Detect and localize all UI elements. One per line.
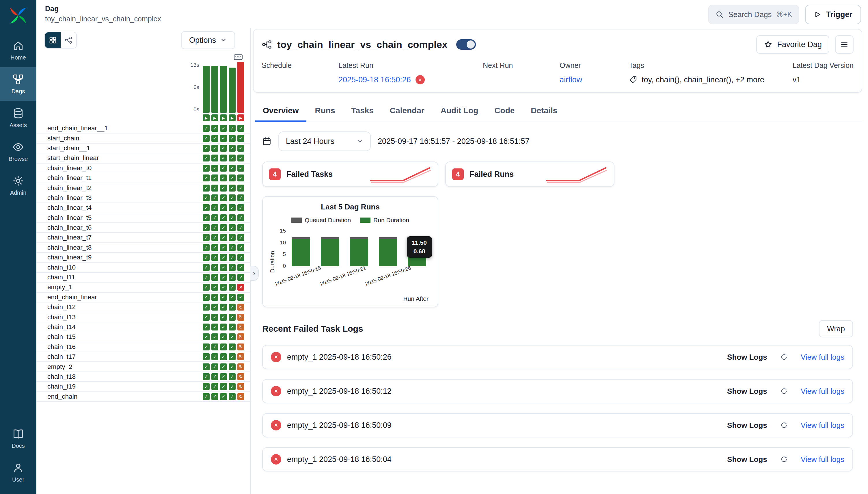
task-name[interactable]: chain_linear_t9 [47,254,92,261]
task-instance-success[interactable]: ✓ [220,165,227,172]
task-instance-success[interactable]: ✓ [220,135,227,142]
task-instance-success[interactable]: ✓ [229,234,236,241]
view-full-logs-link[interactable]: View full logs [801,387,844,396]
task-instance-success[interactable]: ✓ [237,204,244,211]
task-name[interactable]: chain_linear_t3 [47,194,92,202]
task-instance-success[interactable]: ✓ [229,174,236,182]
task-instance-success[interactable]: ✓ [229,274,236,281]
task-instance-success[interactable]: ✓ [203,363,210,370]
task-name[interactable]: chain_linear_t6 [47,224,92,231]
task-name[interactable]: chain_linear_t2 [47,184,92,192]
task-instance-success[interactable]: ✓ [203,125,210,132]
task-instance-success[interactable]: ✓ [211,234,218,241]
task-instance-success[interactable]: ✓ [229,353,236,360]
task-instance-success[interactable]: ✓ [203,383,210,390]
task-instance-success[interactable]: ✓ [220,155,227,162]
sidebar-item-dags[interactable]: Dags [0,67,36,101]
task-instance-success[interactable]: ✓ [211,353,218,360]
task-name[interactable]: start_chain_linear [47,154,99,162]
task-instance-success[interactable]: ✓ [220,363,227,370]
options-dropdown[interactable]: Options [181,31,235,49]
duration-bar[interactable] [211,66,218,113]
task-instance-success[interactable]: ✓ [229,324,236,330]
task-name[interactable]: chain_linear_t5 [47,214,92,222]
task-instance-success[interactable]: ✓ [211,125,218,132]
task-instance-success[interactable]: ✓ [211,244,218,251]
task-name[interactable]: chain_t13 [47,314,76,321]
task-name[interactable]: start_chain__1 [47,145,90,152]
tab-tasks[interactable]: Tasks [344,101,381,122]
view-full-logs-link[interactable]: View full logs [801,353,844,362]
wrap-button[interactable]: Wrap [819,320,853,338]
task-instance-success[interactable]: ✓ [229,244,236,251]
task-instance-retry[interactable]: ↻ [237,334,244,340]
task-name[interactable]: chain_t19 [47,383,76,390]
task-instance-success[interactable]: ✓ [220,254,227,261]
task-instance-success[interactable]: ✓ [203,274,210,281]
task-instance-success[interactable]: ✓ [203,294,210,301]
task-instance-success[interactable]: ✓ [211,343,218,350]
task-instance-success[interactable]: ✓ [203,343,210,350]
task-instance-success[interactable]: ✓ [203,224,210,231]
airflow-logo-icon[interactable] [9,7,27,24]
tab-audit-log[interactable]: Audit Log [433,101,486,122]
dag-menu-button[interactable] [835,35,853,54]
sidebar-item-docs[interactable]: Docs [0,422,36,456]
task-instance-success[interactable]: ✓ [211,393,218,400]
task-instance-success[interactable]: ✓ [203,135,210,142]
task-instance-success[interactable]: ✓ [211,204,218,211]
task-instance-success[interactable]: ✓ [211,264,218,271]
task-instance-success[interactable]: ✓ [211,155,218,162]
tab-calendar[interactable]: Calendar [382,101,432,122]
task-instance-success[interactable]: ✓ [211,185,218,192]
task-instance-success[interactable]: ✓ [229,224,236,231]
task-name[interactable]: end_chain [47,393,77,400]
task-instance-success[interactable]: ✓ [211,254,218,261]
task-name[interactable]: empty_1 [47,283,73,291]
run-state-icon[interactable]: ▶ [220,114,227,121]
task-instance-success[interactable]: ✓ [220,343,227,350]
task-instance-success[interactable]: ✓ [237,294,244,301]
refresh-icon[interactable] [780,455,788,463]
task-instance-success[interactable]: ✓ [203,214,210,221]
task-instance-success[interactable]: ✓ [229,284,236,291]
task-name[interactable]: chain_t18 [47,373,76,380]
task-name[interactable]: chain_t16 [47,343,76,351]
task-name[interactable]: chain_t11 [47,273,75,281]
task-instance-success[interactable]: ✓ [211,383,218,390]
tab-details[interactable]: Details [523,101,565,122]
graph-view-button[interactable] [61,32,76,48]
dag-run-bar[interactable] [321,237,339,266]
task-instance-success[interactable]: ✓ [229,393,236,400]
task-instance-success[interactable]: ✓ [229,135,236,142]
sidebar-item-user[interactable]: User [0,456,36,489]
task-instance-success[interactable]: ✓ [211,363,218,370]
task-name[interactable]: empty_2 [47,363,73,370]
task-instance-success[interactable]: ✓ [237,194,244,201]
sidebar-item-admin[interactable]: Admin [0,169,36,203]
task-instance-success[interactable]: ✓ [203,353,210,360]
task-instance-retry[interactable]: ↻ [237,324,244,330]
task-instance-success[interactable]: ✓ [229,254,236,261]
task-instance-retry[interactable]: ↻ [237,373,244,380]
task-instance-success[interactable]: ✓ [220,383,227,390]
duration-bar[interactable] [203,66,210,113]
tab-code[interactable]: Code [487,101,522,122]
grid-view-button[interactable] [45,32,61,48]
task-instance-success[interactable]: ✓ [220,194,227,201]
task-instance-success[interactable]: ✓ [229,125,236,132]
task-instance-retry[interactable]: ↻ [237,363,244,370]
task-instance-success[interactable]: ✓ [237,214,244,221]
task-instance-success[interactable]: ✓ [229,194,236,201]
run-state-icon[interactable]: ▶ [229,114,236,121]
task-instance-success[interactable]: ✓ [211,274,218,281]
task-instance-success[interactable]: ✓ [229,214,236,221]
task-instance-success[interactable]: ✓ [220,324,227,330]
task-instance-success[interactable]: ✓ [229,383,236,390]
sidebar-item-browse[interactable]: Browse [0,135,36,169]
view-full-logs-link[interactable]: View full logs [801,421,844,430]
task-instance-success[interactable]: ✓ [229,314,236,321]
task-name[interactable]: chain_t15 [47,333,76,341]
task-instance-success[interactable]: ✓ [229,373,236,380]
task-instance-success[interactable]: ✓ [237,155,244,162]
